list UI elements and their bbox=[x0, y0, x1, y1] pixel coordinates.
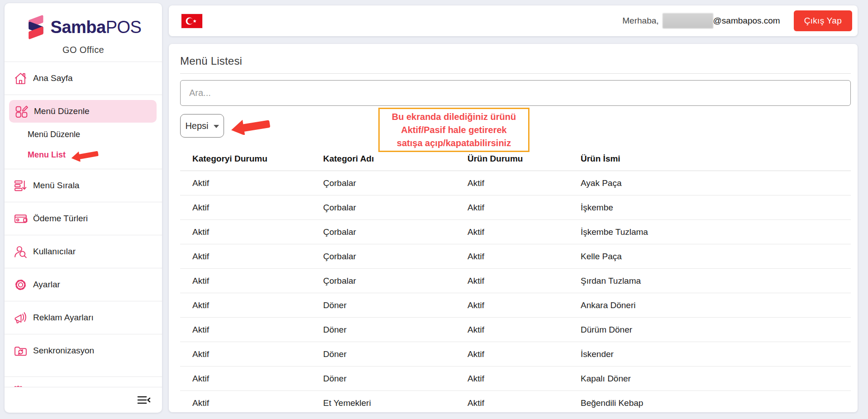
cell-category-name: Döner bbox=[311, 325, 455, 335]
wallet-icon bbox=[14, 212, 28, 226]
table-row[interactable]: Aktif Döner Aktif Ankara Döneri bbox=[180, 293, 851, 318]
sidebar-footer bbox=[5, 387, 162, 413]
sidebar-item-ana-sayfa[interactable]: Ana Sayfa bbox=[5, 62, 162, 95]
sort-list-icon bbox=[14, 179, 28, 193]
sambapos-logo: SambaPOS bbox=[5, 13, 162, 41]
sidebar-item-reklam-ayarlari[interactable]: Reklam Ayarları bbox=[5, 301, 162, 334]
column-header-product-status: Ürün Durumu bbox=[455, 154, 568, 164]
sidebar-item-kullanicilar[interactable]: Kullanıcılar bbox=[5, 235, 162, 268]
cell-product-status: Aktif bbox=[455, 227, 568, 237]
main-content: Menü Listesi Hepsi Bu ekranda dilediğini… bbox=[169, 44, 858, 412]
cell-product-status: Aktif bbox=[455, 178, 568, 188]
app-subtitle: GO Office bbox=[5, 45, 162, 55]
cell-product-name: Kapalı Döner bbox=[568, 374, 851, 384]
home-icon bbox=[14, 71, 28, 86]
user-search-icon bbox=[14, 245, 28, 259]
turkish-flag-icon[interactable] bbox=[181, 14, 202, 28]
cell-product-status: Aktif bbox=[455, 325, 568, 335]
brand-name: SambaPOS bbox=[51, 18, 142, 37]
cell-category-status: Aktif bbox=[180, 276, 311, 286]
sidebar-subitem-menu-list[interactable]: Menu List bbox=[5, 145, 162, 165]
sidebar-item-odeme-turleri[interactable]: Ödeme Türleri bbox=[5, 202, 162, 235]
cell-product-name: Ankara Döneri bbox=[568, 300, 851, 310]
sidebar-item-label: Ana Sayfa bbox=[33, 73, 73, 83]
table-row[interactable]: Aktif Döner Aktif Kapalı Döner bbox=[180, 367, 851, 391]
sidebar-item-ayarlar[interactable]: Ayarlar bbox=[5, 268, 162, 301]
brand-header: SambaPOS GO Office bbox=[5, 3, 162, 62]
sidebar-item-label: Reklam Ayarları bbox=[33, 313, 94, 323]
cell-category-name: Et Yemekleri bbox=[311, 398, 455, 408]
sidebar-item-label: Kullanıcılar bbox=[33, 247, 76, 257]
annotation-line: Aktif/Pasif hale getirerek bbox=[401, 124, 506, 137]
cell-product-status: Aktif bbox=[455, 300, 568, 310]
table-row[interactable]: Aktif Döner Aktif Dürüm Döner bbox=[180, 318, 851, 342]
search-input[interactable] bbox=[180, 80, 851, 106]
cell-product-name: İşkembe Tuzlama bbox=[568, 227, 851, 237]
sidebar-item-label: Ödeme Türleri bbox=[33, 214, 88, 224]
megaphone-icon bbox=[14, 311, 28, 325]
column-header-category-status: Kategoryi Durumu bbox=[180, 154, 311, 164]
cell-product-name: Kelle Paça bbox=[568, 252, 851, 262]
table-row[interactable]: Aktif Et Yemekleri Aktif Beğendili Kebap bbox=[180, 391, 851, 412]
annotation-line: satışa açıp/kapatabilirsiniz bbox=[397, 137, 511, 150]
sidebar-item-label: Ayarlar bbox=[33, 280, 60, 290]
cell-product-status: Aktif bbox=[455, 252, 568, 262]
cell-product-name: Beğendili Kebap bbox=[568, 398, 851, 408]
cell-product-status: Aktif bbox=[455, 203, 568, 213]
cell-category-name: Çorbalar bbox=[311, 227, 455, 237]
cell-category-status: Aktif bbox=[180, 227, 311, 237]
page-title: Menü Listesi bbox=[180, 55, 851, 67]
table-row[interactable]: Aktif Çorbalar Aktif İşkembe Tuzlama bbox=[180, 220, 851, 244]
logout-button[interactable]: Çıkış Yap bbox=[794, 10, 852, 31]
cell-category-name: Döner bbox=[311, 300, 455, 310]
table-row[interactable]: Aktif Çorbalar Aktif Ayak Paça bbox=[180, 171, 851, 195]
title-divider bbox=[180, 73, 851, 74]
sidebar-subitem-label: Menu List bbox=[28, 150, 66, 160]
cell-category-status: Aktif bbox=[180, 178, 311, 188]
cell-category-name: Çorbalar bbox=[311, 203, 455, 213]
column-header-category-name: Kategori Adı bbox=[311, 154, 455, 164]
cell-category-name: Döner bbox=[311, 349, 455, 359]
cell-category-name: Çorbalar bbox=[311, 178, 455, 188]
column-header-product-name: Ürün İsmi bbox=[568, 154, 851, 164]
sidebar-item-label: Senkronizasyon bbox=[33, 346, 94, 356]
sidebar: SambaPOS GO Office Ana Sayfa bbox=[5, 3, 162, 413]
cell-product-status: Aktif bbox=[455, 374, 568, 384]
table-row[interactable]: Aktif Çorbalar Aktif Şırdan Tuzlama bbox=[180, 269, 851, 293]
category-filter-dropdown[interactable]: Hepsi bbox=[180, 114, 224, 138]
table-row[interactable]: Aktif Çorbalar Aktif Kelle Paça bbox=[180, 244, 851, 269]
table-row[interactable]: Aktif Çorbalar Aktif İşkembe bbox=[180, 195, 851, 220]
cell-product-name: İşkembe bbox=[568, 203, 851, 213]
filter-selected-label: Hepsi bbox=[185, 121, 208, 131]
table-body: Aktif Çorbalar Aktif Ayak Paça Aktif Çor… bbox=[180, 171, 851, 412]
sync-folder-icon bbox=[14, 344, 28, 358]
sidebar-item-cutoff bbox=[5, 376, 162, 387]
greeting-prefix: Merhaba, bbox=[622, 16, 658, 26]
sidebar-nav: Ana Sayfa Menü Düzenle Menü Düzenle Menu… bbox=[5, 62, 162, 367]
sidebar-item-menu-duzenle[interactable]: Menü Düzenle bbox=[9, 100, 157, 123]
cell-product-status: Aktif bbox=[455, 349, 568, 359]
table-row[interactable]: Aktif Döner Aktif İskender bbox=[180, 342, 851, 367]
cell-category-status: Aktif bbox=[180, 300, 311, 310]
cell-category-status: Aktif bbox=[180, 398, 311, 408]
cutoff-item-icon bbox=[12, 382, 24, 387]
sidebar-item-menu-sirala[interactable]: Menü Sırala bbox=[5, 169, 162, 202]
sidebar-subitem-menu-duzenle[interactable]: Menü Düzenle bbox=[5, 124, 162, 145]
collapse-sidebar-icon[interactable] bbox=[137, 394, 151, 406]
cell-category-name: Çorbalar bbox=[311, 276, 455, 286]
cell-category-status: Aktif bbox=[180, 374, 311, 384]
sidebar-item-senkronizasyon[interactable]: Senkronizasyon bbox=[5, 334, 162, 367]
menu-grid-edit-icon bbox=[14, 105, 29, 119]
cell-product-status: Aktif bbox=[455, 276, 568, 286]
sidebar-item-label: Menü Düzenle bbox=[34, 106, 90, 116]
annotation-line: Bu ekranda dilediğiniz ürünü bbox=[392, 110, 516, 124]
tutorial-arrow-filter bbox=[231, 117, 271, 135]
cell-category-status: Aktif bbox=[180, 349, 311, 359]
sidebar-subitem-label: Menü Düzenle bbox=[28, 130, 80, 139]
topbar: Merhaba, @sambapos.com Çıkış Yap bbox=[169, 5, 858, 36]
tutorial-annotation-box: Bu ekranda dilediğiniz ürünü Aktif/Pasif… bbox=[378, 108, 529, 152]
sambapos-logo-icon bbox=[25, 13, 45, 41]
sidebar-item-label: Menü Sırala bbox=[33, 181, 79, 190]
gear-icon bbox=[14, 278, 28, 292]
cell-category-name: Çorbalar bbox=[311, 252, 455, 262]
